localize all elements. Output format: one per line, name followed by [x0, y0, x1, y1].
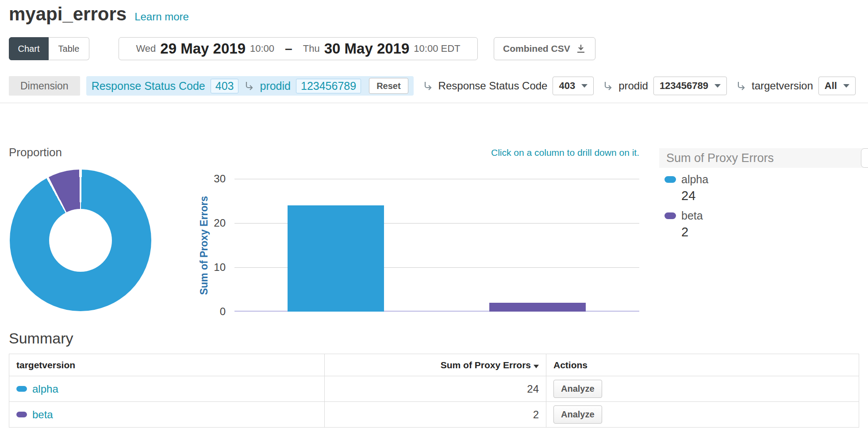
table-row: beta 2 Analyze [9, 402, 859, 428]
gridline [234, 179, 639, 179]
y-axis-tick: 30 [198, 173, 226, 185]
bar-column[interactable] [288, 205, 384, 312]
panel-collapse-button[interactable] [861, 148, 868, 168]
chart-view-button[interactable]: Chart [9, 37, 49, 60]
targetversion-link[interactable]: beta [16, 409, 317, 421]
end-day: Thu [303, 43, 320, 54]
drilldown-name: Response Status Code [438, 80, 548, 92]
end-date: 30 May 2019 [324, 40, 410, 57]
drilldown-arrow-icon [736, 81, 746, 91]
chart-area: Proportion Click on a column to drill do… [9, 103, 859, 323]
view-toggle: Chart Table [9, 37, 89, 60]
column-header-targetversion[interactable]: targetversion [9, 354, 325, 376]
drilldown-targetversion: targetversion All [736, 77, 856, 95]
targetversion-select[interactable]: All [818, 77, 856, 95]
legend: alpha 24 beta 2 [664, 173, 708, 246]
download-icon [576, 43, 586, 54]
chevron-down-icon [714, 84, 721, 88]
breadcrumb-dimension-name[interactable]: prodid [260, 80, 291, 93]
donut-chart[interactable] [10, 170, 151, 311]
table-header-row: targetversion Sum of Proxy Errors Action… [9, 354, 859, 376]
drilldown-name: prodid [618, 80, 648, 92]
summary-title: Summary [9, 330, 859, 347]
reset-button[interactable]: Reset [369, 78, 408, 94]
legend-swatch [664, 176, 676, 183]
series-swatch [16, 412, 27, 417]
chevron-down-icon [581, 84, 588, 88]
date-range-picker[interactable]: Wed 29 May 2019 10:00 – Thu 30 May 2019 … [119, 37, 478, 60]
proportion-title: Proportion [9, 146, 62, 159]
breadcrumb-dimension-name[interactable]: Response Status Code [92, 80, 205, 93]
dimension-bar: Dimension Response Status Code 403 prodi… [9, 76, 859, 96]
drilldown-arrow-icon [603, 81, 613, 91]
bar-column[interactable] [489, 303, 586, 312]
legend-value: 2 [681, 225, 708, 239]
column-header-sum-of-proxy-errors[interactable]: Sum of Proxy Errors [325, 354, 546, 376]
header: myapi_errors Learn more [9, 0, 859, 25]
analyze-button[interactable]: Analyze [553, 380, 602, 398]
series-swatch [16, 386, 27, 392]
y-axis-tick: 20 [198, 217, 226, 229]
prodid-select[interactable]: 123456789 [653, 77, 727, 95]
date-range-separator: – [285, 41, 292, 56]
drilldown-arrow-icon [422, 81, 433, 91]
drilldown-arrow-icon [244, 81, 254, 91]
sort-descending-icon [534, 365, 539, 368]
drill-hint: Click on a column to drill down on it. [491, 147, 639, 158]
breadcrumb-dimension-value[interactable]: 123456789 [296, 79, 361, 93]
combined-csv-button[interactable]: Combined CSV [494, 37, 595, 60]
table-row: alpha 24 Analyze [9, 376, 859, 402]
breadcrumb-dimension-value[interactable]: 403 [211, 79, 239, 93]
page-title: myapi_errors [9, 4, 127, 25]
start-time: 10:00 [250, 43, 274, 54]
legend-swatch [664, 212, 676, 219]
combined-csv-label: Combined CSV [503, 43, 570, 54]
legend-label: beta [681, 209, 703, 222]
report-page: myapi_errors Learn more Chart Table Wed … [0, 0, 868, 432]
drilldown-response-status-code: Response Status Code 403 [422, 77, 594, 95]
legend-item: alpha [664, 173, 708, 186]
chevron-down-icon [843, 84, 849, 88]
selected-value: 403 [559, 80, 575, 92]
legend-label: alpha [681, 173, 708, 186]
y-axis-title-wrap: Sum of Proxy Errors [195, 179, 214, 312]
dimension-label: Dimension [9, 76, 80, 96]
start-date: 29 May 2019 [160, 40, 246, 57]
toolbar: Chart Table Wed 29 May 2019 10:00 – Thu … [9, 37, 859, 60]
column-header-actions: Actions [546, 354, 859, 376]
learn-more-link[interactable]: Learn more [134, 11, 189, 23]
legend-item: beta [664, 209, 708, 222]
drilldown-name: targetversion [752, 80, 813, 92]
y-axis-title: Sum of Proxy Errors [199, 196, 211, 295]
sum-of-proxy-errors-cell: 24 [325, 376, 546, 402]
filter-breadcrumb: Response Status Code 403 prodid 12345678… [86, 76, 414, 96]
sum-of-proxy-errors-cell: 2 [325, 402, 546, 428]
table-view-button[interactable]: Table [49, 37, 89, 60]
selected-value: All [825, 80, 837, 92]
summary-table: targetversion Sum of Proxy Errors Action… [9, 354, 859, 428]
end-time: 10:00 EDT [414, 43, 460, 54]
analyze-button[interactable]: Analyze [553, 405, 602, 424]
start-day: Wed [136, 43, 156, 54]
selected-value: 123456789 [660, 80, 708, 92]
legend-value: 24 [681, 189, 708, 203]
targetversion-link[interactable]: alpha [16, 383, 317, 395]
response-status-code-select[interactable]: 403 [553, 77, 594, 95]
bar-chart-plot [234, 179, 639, 312]
legend-panel-title: Sum of Proxy Errors [659, 148, 864, 168]
y-axis-tick: 0 [198, 305, 226, 318]
drilldown-prodid: prodid 123456789 [603, 77, 727, 95]
y-axis-tick: 10 [198, 261, 226, 274]
